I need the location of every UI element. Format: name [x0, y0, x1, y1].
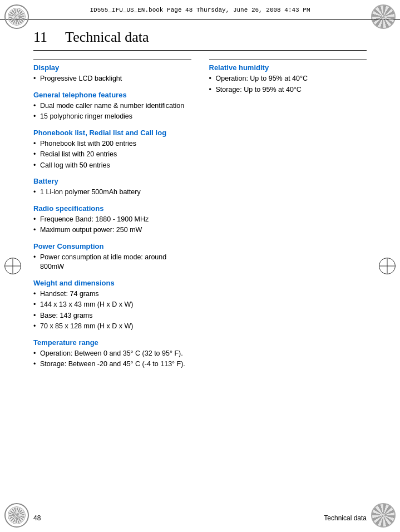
list-item: Base: 143 grams [33, 311, 191, 321]
corner-deco-br [371, 503, 396, 528]
section-power-heading: Power Consumption [33, 242, 191, 250]
list-item: 1 Li-ion polymer 500mAh battery [33, 188, 191, 198]
list-item: Operation: Between 0 and 35° C (32 to 95… [33, 349, 191, 359]
content-area: 11 Technical data Display Progressive LC… [33, 24, 367, 499]
header-text: ID555_IFU_US_EN.book Page 48 Thursday, J… [90, 7, 310, 13]
section-humidity-list: Operation: Up to 95% at 40°C Storage: Up… [209, 74, 367, 95]
left-col-divider [33, 60, 191, 60]
two-column-layout: Display Progressive LCD backlight Genera… [33, 60, 367, 376]
section-display: Display Progressive LCD backlight [33, 63, 191, 84]
section-power: Power Consumption Power consumption at i… [33, 242, 191, 272]
list-item: Dual mode caller name & number identific… [33, 101, 191, 111]
section-battery-list: 1 Li-ion polymer 500mAh battery [33, 188, 191, 198]
page: ID555_IFU_US_EN.book Page 48 Thursday, J… [0, 0, 400, 532]
footer-label: Technical data [324, 514, 367, 522]
section-temperature-heading: Temperature range [33, 338, 191, 347]
header-bar: ID555_IFU_US_EN.book Page 48 Thursday, J… [0, 0, 400, 20]
section-radio-specs: Radio specifications Frequence Band: 188… [33, 204, 191, 235]
list-item: Redial list with 20 entries [33, 150, 191, 160]
left-column: Display Progressive LCD backlight Genera… [33, 60, 191, 376]
section-phonebook-heading: Phonebook list, Redial list and Call log [33, 129, 191, 137]
section-general-heading: General telephone features [33, 91, 191, 99]
section-general-list: Dual mode caller name & number identific… [33, 101, 191, 122]
list-item: Power consumption at idle mode: around 8… [33, 253, 191, 272]
corner-deco-tr [371, 4, 396, 29]
section-phonebook-list: Phonebook list with 200 entries Redial l… [33, 139, 191, 171]
list-item: Call log with 50 entries [33, 161, 191, 171]
list-item: Progressive LCD backlight [33, 74, 191, 84]
section-radio-heading: Radio specifications [33, 204, 191, 213]
list-item: Handset: 74 grams [33, 289, 191, 299]
list-item: Frequence Band: 1880 - 1900 MHz [33, 215, 191, 225]
section-temperature: Temperature range Operation: Between 0 a… [33, 338, 191, 370]
chapter-number: 11 [33, 29, 47, 45]
section-weight-list: Handset: 74 grams 144 x 13 x 43 mm (H x … [33, 289, 191, 332]
section-battery-heading: Battery [33, 177, 191, 185]
section-phonebook: Phonebook list, Redial list and Call log… [33, 129, 191, 171]
corner-deco-tl [4, 4, 29, 29]
list-item: Storage: Up to 95% at 40°C [209, 85, 367, 95]
section-weight-heading: Weight and dimensions [33, 279, 191, 287]
list-item: 144 x 13 x 43 mm (H x D x W) [33, 300, 191, 310]
section-temperature-list: Operation: Between 0 and 35° C (32 to 95… [33, 349, 191, 370]
section-radio-list: Frequence Band: 1880 - 1900 MHz Maximum … [33, 215, 191, 235]
section-battery: Battery 1 Li-ion polymer 500mAh battery [33, 177, 191, 198]
list-item: Maximum output power: 250 mW [33, 225, 191, 235]
section-weight: Weight and dimensions Handset: 74 grams … [33, 279, 191, 332]
chapter-title-text: Technical data [65, 29, 149, 45]
list-item: Operation: Up to 95% at 40°C [209, 74, 367, 84]
list-item: Phonebook list with 200 entries [33, 139, 191, 149]
list-item: 70 x 85 x 128 mm (H x D x W) [33, 322, 191, 332]
section-power-list: Power consumption at idle mode: around 8… [33, 253, 191, 272]
section-display-list: Progressive LCD backlight [33, 74, 191, 84]
list-item: Storage: Between -20 and 45° C (-4 to 11… [33, 359, 191, 370]
footer-page-number: 48 [33, 514, 41, 522]
section-general-telephone: General telephone features Dual mode cal… [33, 91, 191, 122]
right-col-divider [209, 60, 367, 60]
mid-left-crosshair [4, 258, 21, 274]
list-item: 15 polyphonic ringer melodies [33, 112, 191, 122]
mid-right-crosshair [379, 258, 396, 274]
section-humidity-heading: Relative humidity [209, 63, 367, 72]
chapter-title: 11 Technical data [33, 29, 367, 51]
corner-deco-bl [4, 503, 29, 528]
footer: 48 Technical data [33, 514, 367, 522]
right-column: Relative humidity Operation: Up to 95% a… [209, 60, 367, 376]
section-display-heading: Display [33, 63, 191, 72]
section-humidity: Relative humidity Operation: Up to 95% a… [209, 63, 367, 95]
